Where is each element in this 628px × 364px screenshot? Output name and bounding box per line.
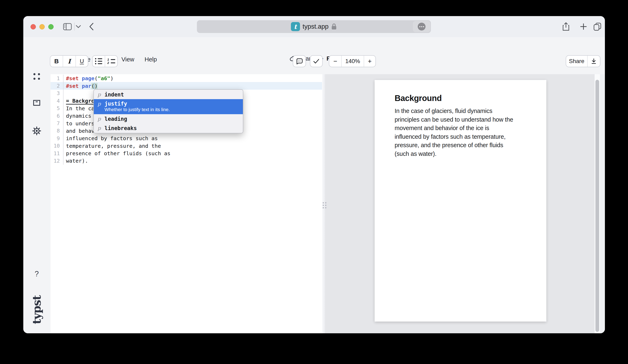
help-button[interactable]: ? (31, 270, 43, 278)
underline-button[interactable]: U (76, 56, 88, 67)
parameter-kind-icon: p (97, 125, 101, 131)
toolbar-divider (74, 23, 75, 30)
preview-scrollbar[interactable] (595, 74, 600, 333)
comment-icon (296, 58, 303, 64)
sidebar-toggle-icon[interactable] (63, 16, 72, 37)
code-text[interactable]: temperature, pressure, and the (63, 142, 322, 150)
paragraph-line: (such as water). (394, 150, 531, 158)
zoom-control-group: − 140% + (329, 55, 376, 67)
paragraph-line: principles can be used to understand how… (394, 115, 531, 124)
autocomplete-item-leading[interactable]: pleading (94, 114, 243, 124)
typst-logo: typst (23, 294, 52, 325)
autocomplete-label: justify (104, 101, 243, 107)
code-text[interactable]: presence of other fluids (such as (63, 150, 322, 157)
line-number: 9 (51, 136, 63, 142)
share-page-icon[interactable] (561, 16, 570, 37)
minimize-window-button[interactable] (39, 24, 45, 29)
site-favicon: t (291, 22, 300, 31)
lock-icon (331, 23, 337, 30)
ellipsis-icon[interactable] (418, 23, 426, 30)
zoom-out-button[interactable]: − (329, 56, 342, 67)
autocomplete-item-indent[interactable]: pindent (94, 90, 243, 99)
list-group: 1 2 (92, 55, 118, 67)
share-group: Share (566, 55, 600, 67)
preview-page: Background In the case of glaciers, flui… (375, 80, 546, 322)
line-number: 3 (51, 90, 63, 96)
download-icon (591, 58, 596, 64)
menu-help[interactable]: Help (145, 56, 157, 63)
parameter-kind-icon: p (97, 116, 101, 122)
code-line[interactable]: 12water). (51, 157, 322, 164)
text-style-group: B I U (50, 55, 88, 67)
new-tab-icon[interactable] (579, 16, 588, 37)
line-number: 5 (51, 105, 63, 111)
code-line[interactable]: 9influenced by factors such as (51, 135, 322, 142)
splitter-drag-handle[interactable] (323, 202, 326, 208)
code-line[interactable]: 10temperature, pressure, and the (51, 142, 322, 150)
menu-view[interactable]: View (121, 56, 134, 63)
dashboard-icon[interactable] (31, 71, 43, 82)
parameter-kind-icon: p (97, 91, 101, 97)
code-text[interactable]: water). (63, 157, 322, 164)
numbered-list-icon: 1 2 (107, 59, 115, 64)
bullet-list-button[interactable] (92, 56, 105, 67)
window-right-margin (600, 74, 605, 333)
tab-overview-icon[interactable] (593, 16, 602, 37)
code-line[interactable]: 2#set par() (51, 82, 322, 89)
scrollbar-thumb[interactable] (595, 80, 599, 332)
zoom-in-button[interactable]: + (364, 56, 376, 67)
approve-button[interactable] (310, 55, 323, 67)
chevron-down-icon[interactable] (75, 16, 81, 37)
page-settings-tile[interactable] (413, 21, 430, 32)
bold-button[interactable]: B (50, 56, 63, 67)
line-number: 8 (51, 128, 63, 134)
line-number: 6 (51, 113, 63, 119)
document-heading: Background (394, 94, 442, 103)
italic-button[interactable]: I (63, 56, 76, 67)
parameter-kind-icon: p (97, 101, 101, 107)
download-button[interactable] (588, 56, 600, 67)
code-line[interactable]: 1#set page("a6") (51, 74, 322, 82)
close-window-button[interactable] (30, 24, 36, 29)
code-text[interactable]: #set page("a6") (63, 74, 322, 82)
paragraph-line: movement and behavior of the ice is (394, 124, 531, 133)
line-number: 4 (51, 98, 63, 104)
url-text: typst.app (303, 23, 329, 30)
line-number: 1 (51, 75, 63, 81)
settings-gear-icon[interactable] (31, 125, 43, 137)
line-number: 2 (51, 83, 63, 89)
line-number: 10 (51, 143, 63, 149)
autocomplete-description: Whether to justify text in its line. (104, 107, 243, 112)
comment-button[interactable] (293, 55, 306, 67)
line-number: 12 (51, 158, 63, 164)
files-tray-icon[interactable] (31, 97, 43, 109)
typst-app: Typst File Edit View Help Martin > Fluid… (23, 37, 605, 333)
paragraph-line: influenced by factors such as temperatur… (394, 133, 531, 141)
share-button[interactable]: Share (566, 56, 588, 67)
back-icon[interactable] (88, 16, 95, 37)
bullet-list-icon (95, 58, 102, 64)
preview-pane: Background In the case of glaciers, flui… (325, 74, 605, 333)
address-bar[interactable]: t typst.app (197, 20, 431, 33)
paragraph-line: pressure, and the presence of other flui… (394, 141, 531, 150)
document-paragraph: In the case of glaciers, fluid dynamicsp… (394, 107, 531, 158)
autocomplete-item-justify[interactable]: pjustifyWhether to justify text in its l… (94, 99, 243, 114)
bold-glyph: B (54, 58, 59, 65)
italic-glyph: I (68, 58, 71, 65)
autocomplete-item-linebreaks[interactable]: plinebreaks (94, 124, 243, 133)
code-text[interactable]: influenced by factors such as (63, 135, 322, 142)
zoom-window-button[interactable] (48, 24, 54, 29)
checkmark-icon (313, 59, 319, 64)
browser-toolbar: t typst.app (23, 16, 605, 37)
browser-window: t typst.app (23, 16, 605, 333)
line-number: 7 (51, 120, 63, 126)
numbered-list-button[interactable]: 1 2 (105, 56, 117, 67)
code-line[interactable]: 11presence of other fluids (such as (51, 150, 322, 157)
autocomplete-label: linebreaks (104, 125, 243, 131)
autocomplete-label: indent (104, 91, 243, 98)
autocomplete-popup: pindentpjustifyWhether to justify text i… (93, 89, 243, 133)
paragraph-line: In the case of glaciers, fluid dynamics (394, 107, 531, 115)
zoom-level[interactable]: 140% (342, 56, 364, 67)
autocomplete-label: leading (104, 116, 243, 122)
code-text[interactable]: #set par() (63, 82, 322, 89)
